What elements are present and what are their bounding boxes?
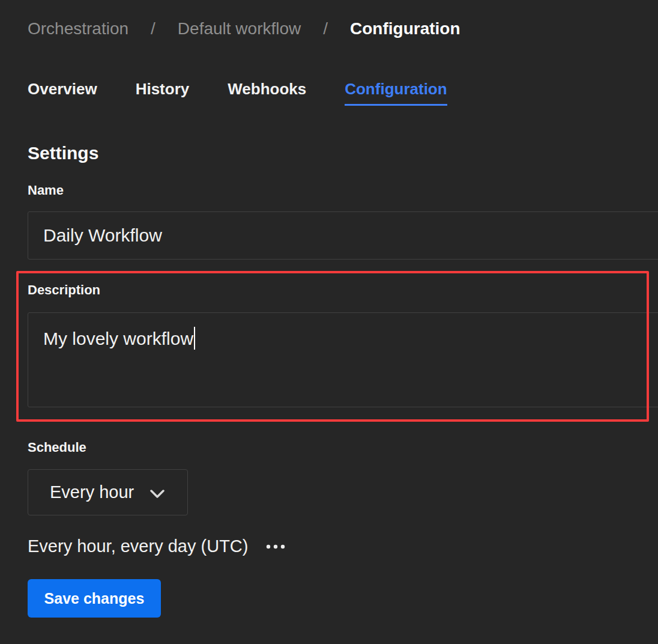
schedule-label: Schedule <box>28 440 86 455</box>
workflow-configuration-page: Orchestration / Default workflow / Confi… <box>0 0 658 644</box>
breadcrumb-orchestration[interactable]: Orchestration <box>28 18 128 40</box>
breadcrumb-default-workflow[interactable]: Default workflow <box>178 18 301 40</box>
text-caret <box>194 327 195 350</box>
schedule-summary-row: Every hour, every day (UTC) <box>28 536 287 556</box>
tab-history[interactable]: History <box>136 79 190 106</box>
breadcrumb-separator: / <box>151 18 155 40</box>
tab-overview[interactable]: Overview <box>28 79 97 106</box>
breadcrumb-configuration: Configuration <box>350 18 460 40</box>
tab-bar: Overview History Webhooks Configuration <box>28 79 447 106</box>
horizontal-ellipsis-icon <box>265 544 286 550</box>
description-text: My lovely workflow <box>43 329 193 348</box>
schedule-dropdown[interactable]: Every hour <box>28 469 188 515</box>
tab-webhooks[interactable]: Webhooks <box>228 79 306 106</box>
description-textarea[interactable]: My lovely workflow <box>28 312 658 407</box>
page-title: Settings <box>28 143 98 163</box>
breadcrumb: Orchestration / Default workflow / Confi… <box>28 18 460 40</box>
save-changes-button[interactable]: Save changes <box>28 579 161 618</box>
schedule-summary-text: Every hour, every day (UTC) <box>28 536 248 556</box>
chevron-down-icon <box>149 489 165 499</box>
description-label: Description <box>28 282 100 298</box>
schedule-selected-value: Every hour <box>50 482 134 502</box>
breadcrumb-separator: / <box>323 18 328 40</box>
schedule-more-options-button[interactable] <box>264 541 287 552</box>
tab-configuration[interactable]: Configuration <box>345 79 447 106</box>
name-label: Name <box>28 183 64 198</box>
name-input[interactable] <box>28 211 658 260</box>
